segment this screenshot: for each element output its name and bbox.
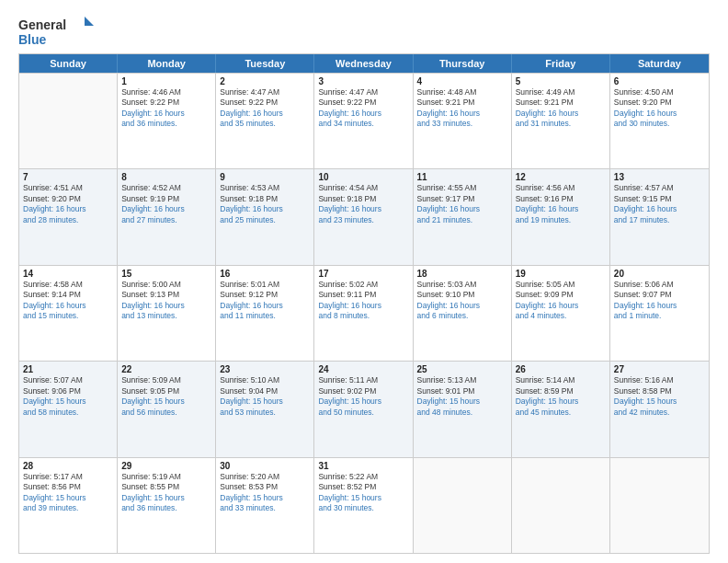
day-info: Sunrise: 4:50 AM Sunset: 9:20 PM Dayligh… — [614, 87, 705, 130]
day-number: 26 — [516, 364, 606, 374]
daylight-minutes: and 11 minutes. — [220, 311, 275, 320]
daylight-hours: Daylight: 16 hours — [23, 204, 86, 213]
daylight-hours: Daylight: 15 hours — [318, 493, 381, 502]
day-info: Sunrise: 5:17 AM Sunset: 8:56 PM Dayligh… — [23, 472, 113, 514]
day-number: 27 — [614, 364, 705, 374]
daylight-minutes: and 34 minutes. — [318, 119, 373, 128]
calendar-cell: 28 Sunrise: 5:17 AM Sunset: 8:56 PM Dayl… — [19, 458, 118, 553]
daylight-minutes: and 42 minutes. — [614, 408, 669, 417]
day-number: 22 — [121, 364, 211, 374]
day-info: Sunrise: 5:22 AM Sunset: 8:52 PM Dayligh… — [318, 472, 408, 514]
daylight-minutes: and 4 minutes. — [516, 311, 567, 320]
calendar: SundayMondayTuesdayWednesdayThursdayFrid… — [18, 53, 710, 554]
daylight-hours: Daylight: 15 hours — [220, 396, 283, 406]
day-info: Sunrise: 4:57 AM Sunset: 9:15 PM Dayligh… — [614, 183, 705, 225]
daylight-hours: Daylight: 15 hours — [23, 396, 86, 406]
weekday-header: Sunday — [19, 54, 118, 73]
day-number: 8 — [121, 172, 211, 182]
day-info: Sunrise: 4:47 AM Sunset: 9:22 PM Dayligh… — [318, 87, 408, 130]
day-number: 25 — [417, 364, 507, 374]
day-number: 17 — [318, 269, 408, 279]
day-info: Sunrise: 4:46 AM Sunset: 9:22 PM Dayligh… — [121, 87, 211, 130]
daylight-minutes: and 28 minutes. — [23, 215, 78, 224]
calendar-cell: 6 Sunrise: 4:50 AM Sunset: 9:20 PM Dayli… — [610, 74, 709, 168]
calendar-cell: 24 Sunrise: 5:11 AM Sunset: 9:02 PM Dayl… — [314, 362, 413, 456]
day-number: 20 — [614, 269, 705, 279]
day-info: Sunrise: 5:07 AM Sunset: 9:06 PM Dayligh… — [23, 375, 113, 418]
calendar-cell: 27 Sunrise: 5:16 AM Sunset: 8:58 PM Dayl… — [610, 362, 709, 456]
calendar-cell: 3 Sunrise: 4:47 AM Sunset: 9:22 PM Dayli… — [314, 74, 413, 168]
calendar-cell: 2 Sunrise: 4:47 AM Sunset: 9:22 PM Dayli… — [216, 74, 314, 168]
daylight-minutes: and 30 minutes. — [614, 119, 669, 128]
day-number: 21 — [23, 364, 113, 374]
day-info: Sunrise: 5:13 AM Sunset: 9:01 PM Dayligh… — [417, 375, 507, 418]
weekday-header: Monday — [118, 54, 216, 73]
calendar-header: SundayMondayTuesdayWednesdayThursdayFrid… — [19, 54, 709, 73]
header: General Blue — [18, 15, 710, 50]
day-number: 30 — [220, 461, 310, 471]
daylight-minutes: and 17 minutes. — [614, 215, 669, 224]
daylight-minutes: and 56 minutes. — [121, 408, 176, 417]
day-number: 14 — [23, 269, 113, 279]
day-info: Sunrise: 4:52 AM Sunset: 9:19 PM Dayligh… — [121, 183, 211, 225]
logo-svg: General Blue — [18, 15, 101, 50]
daylight-hours: Daylight: 16 hours — [614, 109, 677, 118]
logo: General Blue — [18, 15, 101, 50]
svg-text:General: General — [18, 17, 66, 32]
daylight-minutes: and 6 minutes. — [417, 311, 469, 320]
day-info: Sunrise: 5:06 AM Sunset: 9:07 PM Dayligh… — [614, 280, 705, 322]
day-number: 24 — [318, 364, 408, 374]
calendar-cell: 25 Sunrise: 5:13 AM Sunset: 9:01 PM Dayl… — [414, 362, 512, 456]
daylight-minutes: and 50 minutes. — [318, 408, 373, 417]
day-number: 4 — [417, 76, 507, 86]
calendar-cell: 12 Sunrise: 4:56 AM Sunset: 9:16 PM Dayl… — [512, 169, 610, 264]
calendar-row: 7 Sunrise: 4:51 AM Sunset: 9:20 PM Dayli… — [19, 168, 709, 264]
day-info: Sunrise: 5:00 AM Sunset: 9:13 PM Dayligh… — [121, 280, 211, 322]
calendar-cell: 8 Sunrise: 4:52 AM Sunset: 9:19 PM Dayli… — [118, 169, 216, 264]
calendar-body: 1 Sunrise: 4:46 AM Sunset: 9:22 PM Dayli… — [19, 73, 709, 553]
day-info: Sunrise: 4:58 AM Sunset: 9:14 PM Dayligh… — [23, 280, 113, 322]
day-info: Sunrise: 4:56 AM Sunset: 9:16 PM Dayligh… — [516, 183, 606, 225]
day-number: 9 — [220, 172, 310, 182]
day-info: Sunrise: 5:01 AM Sunset: 9:12 PM Dayligh… — [220, 280, 310, 322]
calendar-cell: 18 Sunrise: 5:03 AM Sunset: 9:10 PM Dayl… — [414, 266, 512, 361]
daylight-hours: Daylight: 15 hours — [318, 396, 381, 406]
day-info: Sunrise: 5:02 AM Sunset: 9:11 PM Dayligh… — [318, 280, 408, 322]
daylight-minutes: and 15 minutes. — [23, 311, 78, 320]
daylight-minutes: and 53 minutes. — [220, 408, 275, 417]
daylight-hours: Daylight: 15 hours — [614, 396, 677, 406]
calendar-cell: 20 Sunrise: 5:06 AM Sunset: 9:07 PM Dayl… — [610, 266, 709, 361]
day-number: 10 — [318, 172, 408, 182]
day-number: 16 — [220, 269, 310, 279]
weekday-header: Thursday — [414, 54, 512, 73]
daylight-hours: Daylight: 16 hours — [121, 204, 185, 213]
calendar-cell: 9 Sunrise: 4:53 AM Sunset: 9:18 PM Dayli… — [216, 169, 314, 264]
daylight-hours: Daylight: 15 hours — [23, 493, 86, 502]
daylight-minutes: and 21 minutes. — [417, 215, 472, 224]
daylight-hours: Daylight: 16 hours — [220, 109, 283, 118]
daylight-hours: Daylight: 16 hours — [614, 204, 677, 213]
daylight-hours: Daylight: 16 hours — [220, 204, 283, 213]
calendar-cell: 23 Sunrise: 5:10 AM Sunset: 9:04 PM Dayl… — [216, 362, 314, 456]
daylight-minutes: and 30 minutes. — [318, 503, 373, 512]
weekday-header: Saturday — [610, 54, 709, 73]
day-info: Sunrise: 5:10 AM Sunset: 9:04 PM Dayligh… — [220, 375, 310, 418]
weekday-header: Friday — [512, 54, 610, 73]
daylight-hours: Daylight: 16 hours — [516, 109, 579, 118]
daylight-hours: Daylight: 16 hours — [417, 301, 481, 310]
day-info: Sunrise: 5:16 AM Sunset: 8:58 PM Dayligh… — [614, 375, 705, 418]
daylight-minutes: and 25 minutes. — [220, 215, 275, 224]
day-info: Sunrise: 4:48 AM Sunset: 9:21 PM Dayligh… — [417, 87, 507, 130]
day-info: Sunrise: 4:54 AM Sunset: 9:18 PM Dayligh… — [318, 183, 408, 225]
calendar-cell: 17 Sunrise: 5:02 AM Sunset: 9:11 PM Dayl… — [314, 266, 413, 361]
daylight-hours: Daylight: 15 hours — [121, 396, 185, 406]
daylight-hours: Daylight: 16 hours — [121, 301, 185, 310]
calendar-row: 14 Sunrise: 4:58 AM Sunset: 9:14 PM Dayl… — [19, 265, 709, 361]
daylight-minutes: and 23 minutes. — [318, 215, 373, 224]
day-number: 6 — [614, 76, 705, 86]
calendar-cell: 19 Sunrise: 5:05 AM Sunset: 9:09 PM Dayl… — [512, 266, 610, 361]
day-info: Sunrise: 4:53 AM Sunset: 9:18 PM Dayligh… — [220, 183, 310, 225]
daylight-hours: Daylight: 16 hours — [614, 301, 677, 310]
calendar-cell — [512, 458, 610, 553]
day-info: Sunrise: 5:09 AM Sunset: 9:05 PM Dayligh… — [121, 375, 211, 418]
